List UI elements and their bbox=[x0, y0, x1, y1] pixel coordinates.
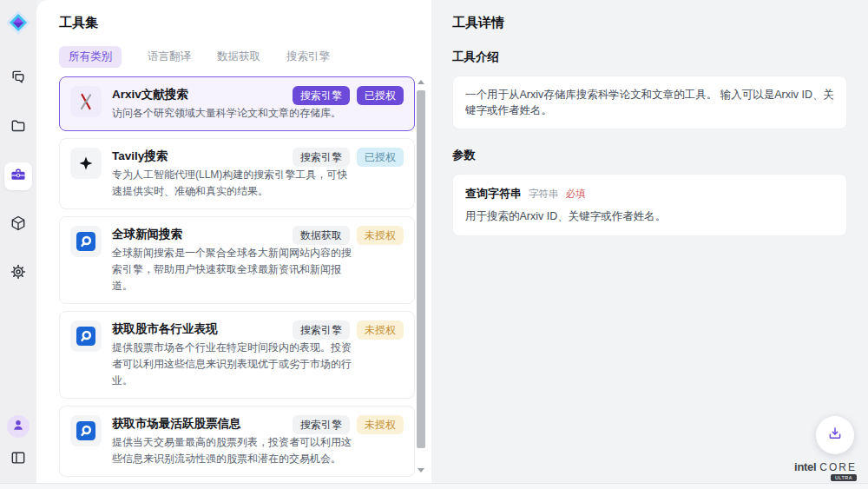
sidebar-item-chat[interactable] bbox=[4, 65, 32, 93]
sidebar-item-toolbox[interactable] bbox=[4, 162, 32, 190]
tool-description: 提供当天交易量最高的股票列表，投资者可以利用这些信息来识别流动性强的股票和潜在的… bbox=[112, 434, 355, 467]
auth-status-badge: 已授权 bbox=[357, 148, 404, 167]
intro-heading: 工具介绍 bbox=[452, 50, 847, 65]
window-bottom-edge bbox=[0, 483, 868, 489]
rail-nav bbox=[4, 65, 32, 287]
sidebar-item-files[interactable] bbox=[4, 114, 32, 142]
param-required-flag: 必填 bbox=[566, 188, 586, 201]
folder-icon bbox=[10, 117, 27, 138]
ultra-badge: ultra bbox=[831, 474, 857, 481]
intel-core-logo: intel core ultra bbox=[794, 460, 857, 481]
tool-description: 访问各个研究领域大量科学论文和文章的存储库。 bbox=[112, 105, 341, 122]
core-wordmark: core bbox=[819, 461, 857, 473]
param-description: 用于搜索的Arxiv ID、关键字或作者姓名。 bbox=[465, 209, 834, 224]
tab-search-engine[interactable]: 搜索引擎 bbox=[286, 46, 330, 68]
intro-card: 一个用于从Arxiv存储库搜索科学论文和文章的工具。 输入可以是Arxiv ID… bbox=[452, 76, 847, 129]
download-button[interactable] bbox=[816, 416, 854, 454]
intel-wordmark: intel bbox=[794, 460, 816, 473]
scrollbar-thumb[interactable] bbox=[417, 90, 425, 448]
tool-card-arxiv[interactable]: Arxiv文献搜索 访问各个研究领域大量科学论文和文章的存储库。 搜索引擎 已授… bbox=[59, 76, 415, 131]
user-avatar[interactable] bbox=[7, 415, 30, 438]
tool-details-panel: 工具详情 工具介绍 一个用于从Arxiv存储库搜索科学论文和文章的工具。 输入可… bbox=[431, 0, 868, 483]
gear-icon bbox=[10, 263, 27, 284]
tool-description: 提供股票市场各个行业在特定时间段内的表现。投资者可以利用这些信息来识别表现优于或… bbox=[112, 340, 355, 389]
auth-status-badge: 未授权 bbox=[357, 320, 404, 340]
category-badge: 搜索引擎 bbox=[293, 415, 350, 434]
app-window: 工具集 所有类别 语言翻译 数据获取 搜索引擎 Arxiv文献搜索 访问各个研究… bbox=[0, 0, 868, 489]
category-badge: 搜索引擎 bbox=[293, 320, 350, 340]
auth-status-badge: 未授权 bbox=[357, 226, 404, 245]
param-type: 字符串 bbox=[529, 188, 559, 201]
juhe-search-icon bbox=[70, 226, 102, 257]
category-badge: 数据获取 bbox=[293, 226, 350, 245]
category-badge: 搜索引擎 bbox=[293, 148, 350, 167]
juhe-search-icon bbox=[70, 415, 102, 446]
toolset-panel: 工具集 所有类别 语言翻译 数据获取 搜索引擎 Arxiv文献搜索 访问各个研究… bbox=[36, 0, 431, 483]
panel-layout-icon bbox=[10, 449, 27, 470]
details-title: 工具详情 bbox=[452, 15, 847, 31]
page-title: 工具集 bbox=[59, 15, 431, 31]
scrollbar-up-arrow[interactable] bbox=[418, 80, 424, 84]
download-icon bbox=[827, 426, 843, 445]
tool-card-most-active-stocks[interactable]: 获取市场最活跃股票信息 提供当天交易量最高的股票列表，投资者可以利用这些信息来识… bbox=[59, 406, 415, 477]
params-heading: 参数 bbox=[452, 148, 847, 163]
scrollbar-down-arrow[interactable] bbox=[418, 468, 424, 472]
tavily-icon bbox=[70, 148, 102, 179]
tool-description: 全球新闻搜索是一个聚合全球各大新闻网站内容的搜索引擎，帮助用户快速获取全球最新资… bbox=[112, 245, 355, 294]
collapse-sidebar-button[interactable] bbox=[7, 448, 30, 471]
toolbox-icon bbox=[10, 166, 27, 187]
tool-list: Arxiv文献搜索 访问各个研究领域大量科学论文和文章的存储库。 搜索引擎 已授… bbox=[59, 76, 415, 478]
category-badge: 搜索引擎 bbox=[293, 86, 350, 105]
tool-description: 专为人工智能代理(LLM)构建的搜索引擎工具，可快速提供实时、准确和真实的结果。 bbox=[112, 167, 355, 200]
category-tabs: 所有类别 语言翻译 数据获取 搜索引擎 bbox=[59, 46, 431, 68]
sidebar-item-models[interactable] bbox=[4, 211, 32, 239]
list-scrollbar[interactable] bbox=[416, 76, 426, 474]
tool-card-sector-performance[interactable]: 获取股市各行业表现 提供股票市场各个行业在特定时间段内的表现。投资者可以利用这些… bbox=[59, 311, 415, 399]
juhe-search-icon bbox=[70, 320, 102, 352]
cube-icon bbox=[10, 215, 27, 235]
icon-rail bbox=[0, 0, 36, 483]
arxiv-icon bbox=[70, 86, 102, 117]
avatar-icon bbox=[10, 417, 26, 436]
tab-all-categories[interactable]: 所有类别 bbox=[59, 46, 122, 68]
sidebar-item-settings[interactable] bbox=[4, 260, 32, 287]
tab-data-fetch[interactable]: 数据获取 bbox=[217, 46, 260, 68]
rail-bottom bbox=[7, 415, 30, 471]
param-card: 查询字符串 字符串 必填 用于搜索的Arxiv ID、关键字或作者姓名。 bbox=[452, 174, 847, 236]
chat-icon bbox=[10, 69, 27, 89]
tool-card-tavily[interactable]: Tavily搜索 专为人工智能代理(LLM)构建的搜索引擎工具，可快速提供实时、… bbox=[59, 138, 415, 209]
app-logo bbox=[5, 10, 31, 36]
tool-card-global-news[interactable]: 全球新闻搜索 全球新闻搜索是一个聚合全球各大新闻网站内容的搜索引擎，帮助用户快速… bbox=[59, 216, 415, 304]
intro-text: 一个用于从Arxiv存储库搜索科学论文和文章的工具。 输入可以是Arxiv ID… bbox=[465, 89, 834, 116]
auth-status-badge: 未授权 bbox=[357, 415, 404, 434]
tab-language-translation[interactable]: 语言翻译 bbox=[148, 46, 191, 68]
param-name: 查询字符串 bbox=[465, 186, 522, 202]
auth-status-badge: 已授权 bbox=[357, 86, 404, 105]
